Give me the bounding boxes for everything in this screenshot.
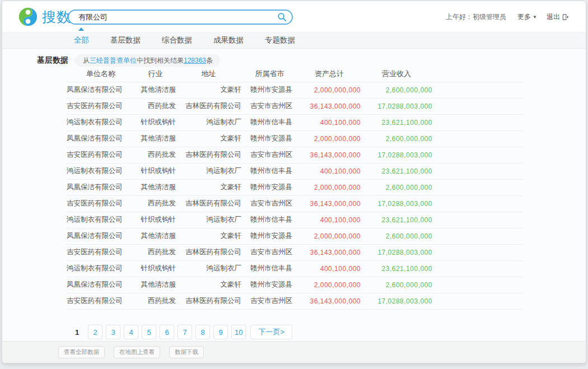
cell-c1: 凤凰保洁有限公司 <box>67 277 135 293</box>
view-on-map-button[interactable]: 在地图上查看 <box>114 346 160 358</box>
page-button-8[interactable]: 8 <box>195 325 210 339</box>
cell-c3: 文豪轩 <box>176 228 241 244</box>
cell-c6: 2,600,000,000 <box>361 228 432 244</box>
page-button-2[interactable]: 2 <box>88 325 102 339</box>
cell-filler <box>432 212 523 228</box>
cell-c2: 其他清洁服 <box>135 130 176 147</box>
view-all-data-button[interactable]: 查看全部数据 <box>58 346 105 358</box>
search-icon[interactable] <box>277 12 287 22</box>
table-row[interactable]: 凤凰保洁有限公司其他清洁服文豪轩赣州市安源县2,000,000,0002,600… <box>67 228 523 244</box>
cell-c2: 针织或钩针 <box>135 212 176 228</box>
table-row[interactable]: 吉安医药有限公司西药批发吉林医药有限公司吉安市吉州区36,143,000,000… <box>67 293 523 309</box>
tab-4[interactable]: 专题数据 <box>265 35 295 45</box>
column-header-filler <box>432 67 523 82</box>
cell-c5: 36,143,000,000 <box>298 293 361 309</box>
results-table: 单位名称行业地址所属省市资产总计营业收入 凤凰保洁有限公司其他清洁服文豪轩赣州市… <box>67 67 523 310</box>
cell-c3: 吉林医药有限公司 <box>176 293 241 309</box>
logout-label: 退出 <box>547 12 560 22</box>
table-row[interactable]: 吉安医药有限公司西药批发吉林医药有限公司吉安市吉州区36,143,000,000… <box>67 147 523 163</box>
cell-c2: 西药批发 <box>135 195 176 212</box>
cell-filler <box>432 244 523 260</box>
cell-c4: 赣州市安源县 <box>241 179 298 195</box>
footer-toolbar: 查看全部数据在地图上查看数据下载 <box>2 341 586 363</box>
cell-c6: 2,600,000,000 <box>361 179 432 195</box>
account-area: 上午好：初级管理员 更多 ▼ 退出 <box>446 13 569 21</box>
source-link[interactable]: 三经普普查单位 <box>90 57 137 64</box>
cell-c4: 吉安市吉州区 <box>241 195 298 212</box>
page-button-9[interactable]: 9 <box>213 325 228 339</box>
cell-c6: 17,0288,003,000 <box>361 98 432 114</box>
table-row[interactable]: 凤凰保洁有限公司其他清洁服文豪轩赣州市安源县2,000,000,0002,600… <box>67 130 523 147</box>
cell-c1: 鸿运制衣有限公司 <box>67 114 135 130</box>
cell-c6: 23,621,100,000 <box>361 114 432 130</box>
cell-c6: 17,0288,003,000 <box>361 147 432 163</box>
page-button-6[interactable]: 6 <box>160 325 174 339</box>
cell-c2: 针织或钩针 <box>135 260 176 277</box>
logout-button[interactable]: 退出 <box>547 12 569 22</box>
tab-1[interactable]: 基层数据 <box>110 35 141 45</box>
result-count-link[interactable]: 128363 <box>184 57 206 64</box>
cell-c5: 36,143,000,000 <box>298 98 361 114</box>
cell-c1: 凤凰保洁有限公司 <box>67 179 135 195</box>
cell-c6: 23,621,100,000 <box>361 260 432 277</box>
table-row[interactable]: 鸿运制衣有限公司针织或钩针鸿运制衣厂赣州市信丰县400,100,00023,62… <box>67 260 523 277</box>
column-header-0: 单位名称 <box>67 67 135 82</box>
cell-c4: 赣州市安源县 <box>241 228 298 244</box>
page-button-5[interactable]: 5 <box>142 325 156 339</box>
table-row[interactable]: 凤凰保洁有限公司其他清洁服文豪轩赣州市安源县2,000,000,0002,600… <box>67 82 523 98</box>
page-button-3[interactable]: 3 <box>106 325 120 339</box>
cell-c3: 文豪轩 <box>176 82 241 98</box>
table-row[interactable]: 鸿运制衣有限公司针织或钩针鸿运制衣厂赣州市信丰县400,100,00023,62… <box>67 163 523 179</box>
cell-c3: 鸿运制衣厂 <box>176 114 241 130</box>
cell-c5: 400,100,000 <box>298 163 361 179</box>
cell-c5: 36,143,000,000 <box>298 195 361 212</box>
next-page-button[interactable]: 下一页> <box>250 325 292 339</box>
cell-c4: 赣州市信丰县 <box>241 163 298 179</box>
cell-c2: 西药批发 <box>135 147 176 163</box>
page-button-7[interactable]: 7 <box>178 325 192 339</box>
brand-logo-icon <box>17 6 39 27</box>
page-current: 1 <box>75 328 79 337</box>
cell-c5: 2,000,000,000 <box>298 179 361 195</box>
table-row[interactable]: 吉安医药有限公司西药批发吉林医药有限公司吉安市吉州区36,143,000,000… <box>67 244 523 260</box>
table-row[interactable]: 吉安医药有限公司西药批发吉林医药有限公司吉安市吉州区36,143,000,000… <box>67 195 523 212</box>
cell-c6: 2,600,000,000 <box>361 130 432 147</box>
download-data-button[interactable]: 数据下载 <box>169 346 204 358</box>
cell-c5: 2,000,000,000 <box>298 277 361 293</box>
tab-2[interactable]: 综合数据 <box>162 35 192 45</box>
cell-c2: 西药批发 <box>135 98 176 114</box>
cell-c3: 文豪轩 <box>176 179 241 195</box>
table-row[interactable]: 鸿运制衣有限公司针织或钩针鸿运制衣厂赣州市信丰县400,100,00023,62… <box>67 114 523 130</box>
cell-c3: 文豪轩 <box>176 277 241 293</box>
brand-name: 搜数 <box>42 8 71 26</box>
search-input[interactable] <box>77 12 273 22</box>
cell-c4: 赣州市信丰县 <box>241 260 298 277</box>
tab-0[interactable]: 全部 <box>74 35 89 45</box>
table-row[interactable]: 吉安医药有限公司西药批发吉林医药有限公司吉安市吉州区36,143,000,000… <box>67 98 523 114</box>
cell-c1: 凤凰保洁有限公司 <box>67 130 135 147</box>
cell-c6: 23,621,100,000 <box>361 163 432 179</box>
cell-filler <box>432 147 523 163</box>
logout-icon <box>562 13 569 21</box>
page-boxes: 2345678910 <box>88 325 249 339</box>
cell-c4: 赣州市安源县 <box>241 277 298 293</box>
page-button-4[interactable]: 4 <box>124 325 138 339</box>
table-row[interactable]: 凤凰保洁有限公司其他清洁服文豪轩赣州市安源县2,000,000,0002,600… <box>67 179 523 195</box>
cell-filler <box>432 163 523 179</box>
result-summary-bubble: 从三经普普查单位中找到相关结果128363条 <box>76 54 220 67</box>
cell-filler <box>432 130 523 147</box>
more-menu[interactable]: 更多 ▼ <box>517 12 537 22</box>
table-row[interactable]: 鸿运制衣有限公司针织或钩针鸿运制衣厂赣州市信丰县400,100,00023,62… <box>67 212 523 228</box>
cell-c1: 凤凰保洁有限公司 <box>67 228 135 244</box>
cell-c5: 2,000,000,000 <box>298 228 361 244</box>
cell-c1: 鸿运制衣有限公司 <box>67 260 135 277</box>
page-button-10[interactable]: 10 <box>231 325 246 339</box>
section-label: 基层数据 <box>37 55 68 66</box>
cell-c2: 其他清洁服 <box>135 82 176 98</box>
table-row[interactable]: 凤凰保洁有限公司其他清洁服文豪轩赣州市安源县2,000,000,0002,600… <box>67 277 523 293</box>
search-box[interactable] <box>68 10 293 25</box>
tab-3[interactable]: 成果数据 <box>213 35 244 45</box>
cell-filler <box>432 277 523 293</box>
cell-c2: 针织或钩针 <box>135 114 176 130</box>
cell-filler <box>432 228 523 244</box>
